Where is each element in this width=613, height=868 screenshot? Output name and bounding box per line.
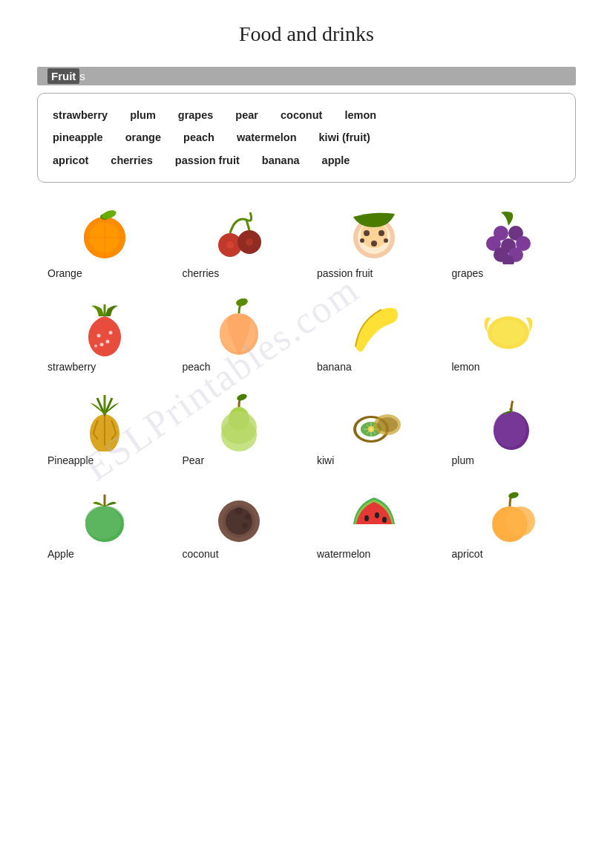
svg-point-57 xyxy=(245,514,251,520)
svg-point-10 xyxy=(246,238,253,246)
fruit-item-pineapple: Pineapple xyxy=(37,388,172,474)
fruit-label-apple: Apple xyxy=(45,548,74,560)
fruit-label-kiwi: kiwi xyxy=(314,454,334,466)
fruit-icon-strawberry xyxy=(45,298,165,358)
fruit-icon-passion-fruit xyxy=(314,205,434,264)
svg-point-16 xyxy=(371,241,377,247)
fruit-icon-coconut xyxy=(180,486,300,545)
fruit-item-passion-fruit: passion fruit xyxy=(306,200,442,287)
svg-point-9 xyxy=(226,241,234,249)
fruit-item-coconut: coconut xyxy=(172,481,307,567)
fruit-item-grapes: grapes xyxy=(442,200,577,287)
svg-point-61 xyxy=(382,517,387,523)
word-pineapple: pineapple xyxy=(53,126,103,149)
word-cherries: cherries xyxy=(111,149,152,172)
fruit-item-peach: peach xyxy=(172,294,307,380)
fruit-label-cherries: cherries xyxy=(180,267,220,279)
svg-point-60 xyxy=(375,512,379,518)
fruit-item-apple: Apple xyxy=(37,481,172,567)
word-box: strawberry plum grapes pear coconut lemo… xyxy=(37,93,576,183)
fruit-label-passion-fruit: passion fruit xyxy=(314,267,373,279)
fruit-grid: Orangecherriespassion fruitgrapesstrawbe… xyxy=(37,200,576,567)
word-row-2: pineapple orange peach watermelon kiwi (… xyxy=(53,126,560,149)
fruit-label-coconut: coconut xyxy=(180,548,219,560)
fruit-icon-cherries xyxy=(180,205,300,264)
word-row-3: apricot cherries passion fruit banana ap… xyxy=(53,149,560,172)
svg-point-32 xyxy=(94,345,97,347)
section-header-highlight: Fruit xyxy=(47,68,79,84)
section-header-rest: s xyxy=(79,70,85,82)
svg-point-59 xyxy=(364,515,369,521)
svg-point-28 xyxy=(96,334,100,338)
svg-point-31 xyxy=(105,340,109,344)
word-banana: banana xyxy=(262,149,300,172)
fruit-icon-banana xyxy=(314,298,434,358)
svg-point-14 xyxy=(364,230,370,236)
svg-point-30 xyxy=(99,343,103,347)
fruit-label-orange: Orange xyxy=(45,267,82,279)
fruit-label-peach: peach xyxy=(180,361,211,373)
section-header: Fruits xyxy=(37,67,576,85)
fruit-item-banana: banana xyxy=(306,294,442,380)
fruit-item-pear: Pear xyxy=(172,388,307,474)
fruit-item-lemon: lemon xyxy=(442,294,577,380)
fruit-icon-pear xyxy=(180,392,300,451)
svg-point-15 xyxy=(378,230,384,236)
fruit-icon-apricot xyxy=(449,486,569,545)
fruit-icon-kiwi xyxy=(314,392,434,451)
fruit-item-strawberry: strawberry xyxy=(37,294,172,380)
fruit-icon-grapes xyxy=(449,205,569,264)
fruit-icon-apple xyxy=(45,486,165,545)
word-kiwi: kiwi (fruit) xyxy=(319,126,370,149)
svg-point-56 xyxy=(235,507,243,515)
fruit-item-cherries: cherries xyxy=(172,200,307,287)
fruit-item-plum: plum xyxy=(442,388,577,474)
fruit-label-lemon: lemon xyxy=(449,361,480,373)
svg-point-35 xyxy=(235,298,249,307)
svg-point-42 xyxy=(236,393,248,402)
fruit-label-grapes: grapes xyxy=(449,267,484,279)
fruit-label-plum: plum xyxy=(449,454,474,466)
svg-point-29 xyxy=(108,331,112,335)
word-peach: peach xyxy=(183,126,214,149)
word-orange: orange xyxy=(125,126,161,149)
word-apricot: apricot xyxy=(53,149,88,172)
svg-point-58 xyxy=(242,523,248,529)
word-lemon: lemon xyxy=(344,104,376,126)
svg-point-41 xyxy=(221,411,257,444)
word-grapes: grapes xyxy=(178,104,214,126)
word-watermelon: watermelon xyxy=(237,126,297,149)
word-strawberry: strawberry xyxy=(53,104,108,126)
word-pear: pear xyxy=(235,104,258,126)
fruit-icon-watermelon xyxy=(314,486,434,545)
fruit-label-banana: banana xyxy=(314,361,352,373)
fruit-label-pear: Pear xyxy=(180,454,205,466)
word-row-1: strawberry plum grapes pear coconut lemo… xyxy=(53,104,560,126)
fruit-icon-orange xyxy=(45,205,165,264)
fruit-item-watermelon: watermelon xyxy=(306,481,442,567)
fruit-label-apricot: apricot xyxy=(449,548,483,560)
fruit-icon-pineapple xyxy=(45,392,165,451)
fruit-label-pineapple: Pineapple xyxy=(45,454,94,466)
fruit-item-apricot: apricot xyxy=(442,481,577,567)
word-coconut: coconut xyxy=(281,104,322,126)
fruit-icon-peach xyxy=(180,298,300,358)
fruit-item-orange: Orange xyxy=(37,200,172,287)
svg-point-50 xyxy=(494,411,526,447)
word-apple: apple xyxy=(322,149,350,172)
fruit-icon-plum xyxy=(449,392,569,451)
svg-point-18 xyxy=(384,238,388,243)
fruit-item-kiwi: kiwi xyxy=(306,388,442,474)
word-passion-fruit: passion fruit xyxy=(175,149,240,172)
svg-point-48 xyxy=(377,417,398,432)
svg-point-63 xyxy=(505,506,535,536)
fruit-icon-lemon xyxy=(449,298,569,358)
word-plum: plum xyxy=(130,104,156,126)
page-title: Food and drinks xyxy=(37,22,576,46)
svg-point-17 xyxy=(360,238,364,243)
fruit-label-strawberry: strawberry xyxy=(45,361,96,373)
fruit-label-watermelon: watermelon xyxy=(314,548,370,560)
svg-point-37 xyxy=(492,320,525,345)
